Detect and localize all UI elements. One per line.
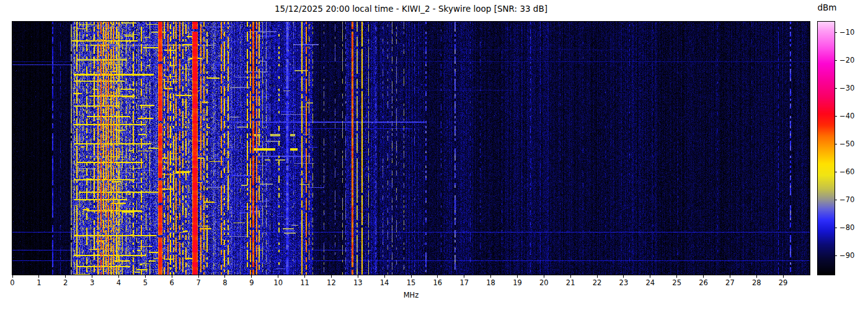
x-tick-label: 9	[241, 278, 262, 287]
x-tick-mark	[437, 275, 438, 278]
x-tick-label: 1	[29, 278, 50, 287]
x-tick-mark	[676, 275, 677, 278]
x-tick-label: 3	[82, 278, 103, 287]
x-tick-label: 26	[693, 278, 714, 287]
x-tick-mark	[544, 275, 544, 278]
x-tick-label: 15	[401, 278, 422, 287]
x-tick-label: 5	[135, 278, 156, 287]
x-tick-label: 16	[427, 278, 448, 287]
colorbar-tick-mark	[835, 88, 837, 89]
colorbar-frame	[817, 21, 835, 275]
x-axis-label: MHz	[12, 291, 810, 299]
x-tick-label: 21	[560, 278, 581, 287]
x-tick-mark	[65, 275, 66, 278]
colorbar-tick-mark	[835, 172, 837, 172]
colorbar-tick-label: −80	[839, 223, 864, 232]
colorbar-tick-mark	[835, 228, 837, 228]
x-tick-label: 27	[719, 278, 740, 287]
x-tick-mark	[304, 275, 305, 278]
x-tick-label: 4	[108, 278, 129, 287]
x-tick-mark	[570, 275, 571, 278]
colorbar-tick-label: −50	[839, 140, 864, 149]
x-tick-label: 29	[773, 278, 794, 287]
x-tick-label: 6	[161, 278, 182, 287]
x-tick-mark	[517, 275, 518, 278]
x-tick-label: 18	[480, 278, 502, 287]
x-tick-mark	[172, 275, 172, 278]
x-tick-mark	[783, 275, 784, 278]
x-tick-mark	[411, 275, 412, 278]
x-tick-label: 12	[321, 278, 342, 287]
x-tick-label: 8	[215, 278, 236, 287]
x-tick-label: 25	[666, 278, 688, 287]
spectrogram-figure: 15/12/2025 20:00 local time - KIWI_2 - S…	[0, 0, 868, 310]
x-tick-mark	[198, 275, 199, 278]
colorbar-tick-mark	[835, 116, 837, 117]
colorbar-tick-label: −10	[839, 28, 864, 37]
x-tick-label: 24	[640, 278, 661, 287]
x-tick-label: 17	[454, 278, 475, 287]
x-tick-mark	[331, 275, 332, 278]
colorbar-tick-label: −70	[839, 195, 864, 205]
x-tick-label: 13	[347, 278, 368, 287]
x-tick-mark	[92, 275, 92, 278]
x-tick-mark	[650, 275, 650, 278]
waterfall-frame	[12, 21, 810, 275]
x-tick-mark	[118, 275, 119, 278]
x-tick-mark	[278, 275, 278, 278]
x-tick-mark	[597, 275, 598, 278]
colorbar-tick-label: −90	[839, 251, 864, 260]
x-tick-label: 14	[374, 278, 395, 287]
x-tick-label: 0	[2, 278, 23, 287]
waterfall-canvas	[12, 22, 810, 275]
colorbar-canvas	[818, 22, 835, 275]
x-tick-label: 19	[507, 278, 528, 287]
colorbar-tick-mark	[835, 200, 837, 200]
x-tick-label: 2	[55, 278, 76, 287]
colorbar-tick-mark	[835, 60, 837, 61]
x-tick-mark	[464, 275, 464, 278]
x-tick-mark	[224, 275, 225, 278]
chart-title: 15/12/2025 20:00 local time - KIWI_2 - S…	[12, 4, 810, 14]
colorbar-tick-mark	[835, 255, 837, 256]
x-tick-mark	[38, 275, 39, 278]
x-tick-mark	[251, 275, 252, 278]
x-tick-label: 23	[613, 278, 634, 287]
colorbar-tick-mark	[835, 144, 837, 144]
x-tick-mark	[358, 275, 358, 278]
colorbar-tick-label: −30	[839, 84, 864, 93]
colorbar-unit-label: dBm	[813, 2, 841, 12]
colorbar-tick-label: −60	[839, 167, 864, 177]
x-tick-label: 7	[188, 278, 209, 287]
x-tick-mark	[490, 275, 491, 278]
x-tick-label: 11	[294, 278, 316, 287]
x-tick-mark	[623, 275, 624, 278]
x-tick-label: 10	[268, 278, 289, 287]
colorbar-tick-label: −20	[839, 56, 864, 65]
x-tick-mark	[384, 275, 385, 278]
colorbar-tick-mark	[835, 32, 837, 33]
x-tick-label: 22	[587, 278, 608, 287]
colorbar-tick-label: −40	[839, 112, 864, 121]
x-tick-label: 20	[533, 278, 554, 287]
x-tick-label: 28	[746, 278, 767, 287]
x-tick-mark	[730, 275, 730, 278]
x-tick-mark	[12, 275, 13, 278]
x-tick-mark	[145, 275, 146, 278]
x-tick-mark	[703, 275, 704, 278]
x-tick-mark	[756, 275, 757, 278]
